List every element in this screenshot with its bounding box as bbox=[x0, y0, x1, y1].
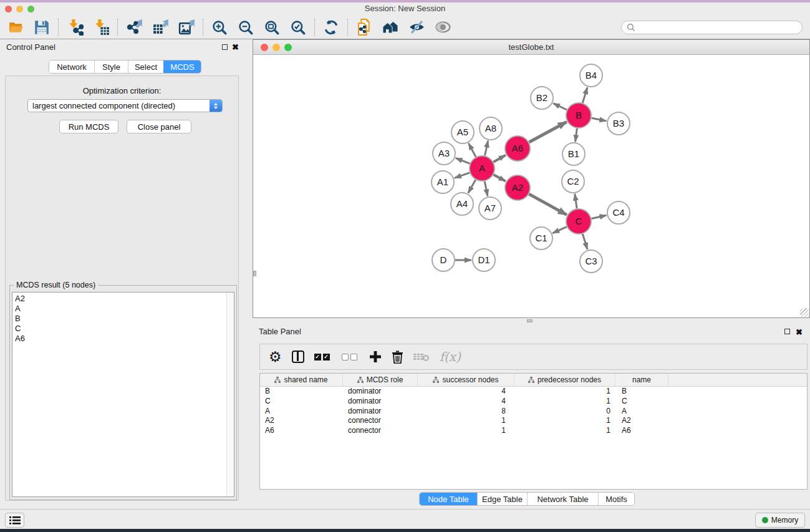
table-header-row: shared name MCDS role successor nodes pr… bbox=[260, 374, 807, 387]
column-header-shared-name[interactable]: shared name bbox=[260, 374, 343, 386]
close-panel-icon[interactable]: ✖ bbox=[796, 327, 803, 337]
show-graphics-details-icon bbox=[435, 19, 451, 36]
result-list-item[interactable]: A2 bbox=[12, 293, 234, 304]
delete-columns-button[interactable] bbox=[392, 351, 403, 364]
graph-edge bbox=[529, 122, 567, 143]
refresh-layout-button[interactable] bbox=[318, 17, 344, 38]
result-list-item[interactable]: A bbox=[12, 304, 234, 314]
table-row[interactable]: Adominator80A bbox=[260, 407, 807, 417]
tab-select[interactable]: Select bbox=[128, 60, 163, 73]
table-options-button[interactable]: ⚙ bbox=[269, 350, 282, 364]
table-row[interactable]: A6connector11A6 bbox=[260, 426, 807, 436]
hierarchy-icon bbox=[357, 377, 364, 383]
result-list-item[interactable]: C bbox=[12, 324, 234, 334]
toolbar-separator bbox=[58, 19, 59, 36]
delete-table-button[interactable] bbox=[413, 352, 430, 362]
import-table-button[interactable] bbox=[88, 17, 114, 38]
status-bar: Memory bbox=[0, 509, 810, 529]
network-copy-button[interactable] bbox=[351, 17, 377, 38]
close-panel-icon[interactable]: ✖ bbox=[232, 42, 239, 52]
graph-node-label: A2 bbox=[512, 182, 523, 193]
criterion-dropdown[interactable]: largest connected component (directed) bbox=[27, 99, 223, 112]
column-label: predecessor nodes bbox=[538, 375, 601, 384]
export-image-button[interactable] bbox=[173, 17, 200, 38]
table-cell: 0 bbox=[514, 407, 615, 417]
column-label: MCDS role bbox=[367, 375, 403, 384]
column-header-successor-nodes[interactable]: successor nodes bbox=[418, 374, 514, 386]
home-button[interactable] bbox=[377, 17, 403, 38]
table-row[interactable]: Bdominator41B bbox=[260, 387, 807, 397]
function-builder-button[interactable]: f(x) bbox=[440, 349, 461, 364]
tab-mcds[interactable]: MCDS bbox=[163, 60, 201, 73]
table-row[interactable]: Cdominator41C bbox=[260, 397, 807, 407]
column-header-mcds-role[interactable]: MCDS role bbox=[343, 374, 418, 386]
column-label: name bbox=[632, 375, 651, 384]
vertical-scroll-nub[interactable] bbox=[253, 271, 256, 276]
tab-node-table[interactable]: Node Table bbox=[420, 493, 477, 505]
graph-node-label: D bbox=[440, 254, 447, 265]
table-cell: A bbox=[615, 407, 668, 417]
save-session-icon bbox=[34, 19, 50, 36]
table-cell: A bbox=[260, 407, 343, 417]
column-header-predecessor-nodes[interactable]: predecessor nodes bbox=[514, 374, 615, 386]
table-cell: 1 bbox=[514, 416, 615, 426]
search-input[interactable] bbox=[638, 23, 794, 32]
task-list-icon bbox=[9, 516, 21, 525]
float-panel-icon[interactable] bbox=[784, 329, 790, 334]
select-all-button[interactable]: ✓ ✓ bbox=[314, 354, 332, 360]
show-columns-button[interactable] bbox=[292, 351, 304, 363]
scrollbar-track[interactable] bbox=[226, 293, 234, 496]
export-table-button[interactable] bbox=[147, 17, 173, 38]
tab-style[interactable]: Style bbox=[94, 60, 128, 73]
zoom-in-button[interactable] bbox=[206, 17, 233, 38]
table-panel-header: Table Panel ✖ bbox=[253, 323, 810, 341]
table-row[interactable]: A2connector11A2 bbox=[260, 416, 807, 426]
graph-node-label: A bbox=[479, 163, 485, 173]
dropdown-stepper-icon bbox=[210, 100, 222, 112]
tab-edge-table[interactable]: Edge Table bbox=[477, 493, 527, 505]
task-history-button[interactable] bbox=[5, 513, 24, 528]
float-panel-icon[interactable] bbox=[222, 44, 228, 50]
save-session-button[interactable] bbox=[29, 17, 55, 38]
tab-network[interactable]: Network bbox=[49, 60, 94, 73]
result-list-item[interactable]: B bbox=[12, 314, 234, 324]
zoom-selected-button[interactable] bbox=[285, 17, 311, 38]
tab-network-table[interactable]: Network Table bbox=[527, 493, 598, 505]
control-panel: Control Panel ✖ Network Style Select MCD… bbox=[0, 39, 244, 503]
import-network-button[interactable] bbox=[62, 17, 88, 38]
show-graphics-details-button[interactable] bbox=[430, 17, 456, 38]
add-column-button[interactable] bbox=[369, 351, 382, 363]
delete-columns-trash-icon bbox=[392, 351, 403, 364]
open-session-button[interactable] bbox=[2, 17, 29, 38]
resize-grip[interactable] bbox=[800, 308, 809, 317]
graph-edge bbox=[468, 143, 476, 157]
memory-button[interactable]: Memory bbox=[755, 513, 805, 528]
run-mcds-button[interactable]: Run MCDS bbox=[59, 120, 118, 133]
horizontal-scroll-nub[interactable] bbox=[527, 319, 533, 322]
network-canvas[interactable]: B4B2BB3A8A5A6A3B1AC2A1A2A4A7C4CC1C3DD1 bbox=[253, 55, 809, 317]
tab-motifs[interactable]: Motifs bbox=[598, 493, 634, 505]
graph-node-label: D1 bbox=[478, 254, 489, 265]
graph-node-label: B4 bbox=[586, 70, 597, 80]
checked-box-icon: ✓ bbox=[323, 354, 330, 360]
import-table-icon bbox=[93, 19, 110, 36]
zoom-fit-button[interactable] bbox=[259, 17, 285, 38]
zoom-selected-icon bbox=[290, 19, 306, 36]
result-list-item[interactable]: A6 bbox=[12, 334, 234, 344]
refresh-layout-icon bbox=[323, 19, 339, 36]
graph-edge bbox=[493, 175, 505, 181]
export-network-button[interactable] bbox=[121, 17, 147, 38]
graph-edge bbox=[456, 158, 470, 163]
network-window-titlebar[interactable]: testGlobe.txt bbox=[253, 40, 809, 55]
column-header-name[interactable]: name bbox=[615, 374, 668, 386]
zoom-out-button[interactable] bbox=[233, 17, 259, 38]
graph-edge bbox=[575, 194, 577, 208]
table-cell: 4 bbox=[418, 397, 514, 407]
hide-graphics-details-button[interactable] bbox=[403, 17, 430, 38]
network-graph[interactable]: B4B2BB3A8A5A6A3B1AC2A1A2A4A7C4CC1C3DD1 bbox=[253, 55, 809, 317]
table-panel-title: Table Panel bbox=[259, 327, 301, 336]
close-panel-button[interactable]: Close panel bbox=[127, 120, 191, 133]
table-cell: B bbox=[260, 387, 343, 397]
graph-edge bbox=[468, 180, 476, 193]
deselect-all-button[interactable] bbox=[342, 354, 359, 360]
